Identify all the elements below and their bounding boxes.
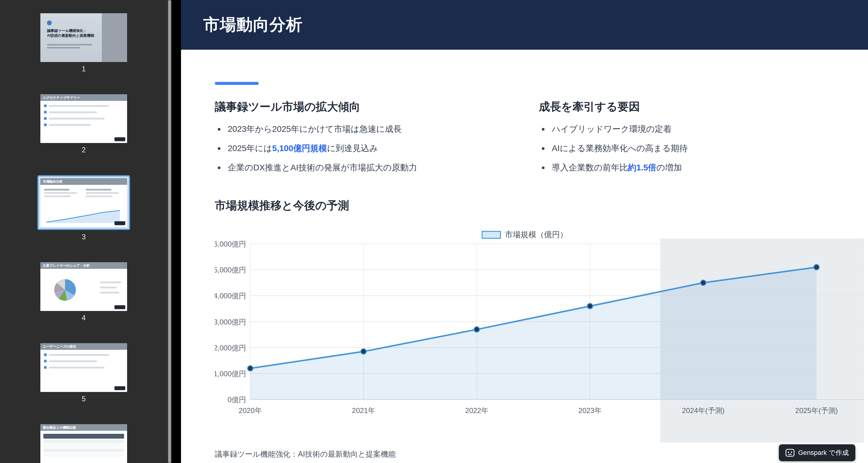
thumb-slide-title: 主要プレイヤーのシェア・分析 bbox=[40, 262, 127, 269]
svg-text:6,000億円: 6,000億円 bbox=[215, 240, 246, 248]
section-market-expansion: 議事録ツール市場の拡大傾向 2023年から2025年にかけて市場は急速に成長20… bbox=[215, 99, 532, 180]
bullet-list-market-expansion: 2023年から2025年にかけて市場は急速に成長2025年には5,100億円規模… bbox=[215, 122, 532, 175]
thumbnail-preview: 市場動向分析 bbox=[40, 178, 127, 227]
bullet-list-growth-drivers: ハイブリッドワーク環境の定着AIによる業務効率化への高まる期待導入企業数の前年比… bbox=[539, 122, 849, 175]
market-size-line-chart: 0億円1,000億円2,000億円3,000億円4,000億円5,000億円6,… bbox=[215, 238, 864, 443]
thumb-mini-table bbox=[43, 434, 124, 457]
bullet-item: AIによる業務効率化への高まる期待 bbox=[539, 141, 849, 155]
chart-section-heading: 市場規模推移と今後の予測 bbox=[215, 198, 349, 213]
bullet-dot bbox=[218, 147, 220, 150]
thumbnail-preview: 議事録ツール機能強化：AI技術の最新動向と提案機能 bbox=[40, 13, 127, 62]
thumb-watermark bbox=[115, 137, 125, 141]
thumb-slide-title: エグゼクティブサマリー bbox=[40, 94, 127, 101]
genspark-icon bbox=[785, 449, 795, 457]
sidebar-scrollbar[interactable] bbox=[167, 0, 172, 463]
slide-canvas: 市場動向分析 議事録ツール市場の拡大傾向 2023年から2025年にかけて市場は… bbox=[181, 0, 868, 463]
svg-text:4,000億円: 4,000億円 bbox=[215, 292, 246, 300]
thumb-slide-title: 議事録ツール機能強化：AI技術の最新動向と提案機能 bbox=[47, 28, 99, 38]
svg-text:2024年(予測): 2024年(予測) bbox=[682, 406, 724, 415]
slide-thumbnail-4[interactable]: 主要プレイヤーのシェア・分析4 bbox=[40, 262, 127, 322]
svg-text:3,000億円: 3,000億円 bbox=[215, 318, 246, 326]
slide-thumbnail-6[interactable]: 競合製品との機能比較6 bbox=[40, 424, 127, 463]
bullet-item: 2025年には5,100億円規模に到達見込み bbox=[215, 141, 532, 155]
bullet-text: 2023年から2025年にかけて市場は急速に成長 bbox=[228, 122, 402, 136]
bullet-text: 2025年には5,100億円規模に到達見込み bbox=[228, 141, 378, 155]
sidebar-divider bbox=[172, 0, 181, 463]
bullet-text: 企業のDX推進とAI技術の発展が市場拡大の原動力 bbox=[228, 161, 417, 175]
thumbnail-preview: 主要プレイヤーのシェア・分析 bbox=[40, 262, 127, 311]
section-growth-drivers: 成長を牽引する要因 ハイブリッドワーク環境の定着AIによる業務効率化への高まる期… bbox=[539, 99, 849, 180]
svg-text:1,000億円: 1,000億円 bbox=[215, 370, 246, 378]
slide-thumbnail-5[interactable]: ユーザーニーズの変化5 bbox=[40, 343, 127, 403]
svg-text:2023年: 2023年 bbox=[578, 406, 601, 415]
scrollbar-thumb[interactable] bbox=[168, 0, 171, 463]
thumbnail-preview: エグゼクティブサマリー bbox=[40, 94, 127, 143]
genspark-badge[interactable]: Genspark で作成 bbox=[779, 444, 855, 461]
slide-number: 5 bbox=[82, 395, 86, 403]
bullet-text: 導入企業数の前年比約1.5倍の増加 bbox=[552, 161, 682, 175]
section-heading-market-expansion: 議事録ツール市場の拡大傾向 bbox=[215, 99, 532, 114]
thumbnail-preview: ユーザーニーズの変化 bbox=[40, 343, 127, 392]
thumb-slide-title: 市場動向分析 bbox=[40, 178, 127, 185]
bullet-item: 企業のDX推進とAI技術の発展が市場拡大の原動力 bbox=[215, 161, 532, 175]
bullet-dot bbox=[542, 166, 545, 169]
legend-swatch bbox=[482, 231, 501, 239]
slide-number: 2 bbox=[82, 146, 86, 154]
thumb-mini-chart bbox=[43, 206, 125, 225]
thumb-mini-pie bbox=[54, 279, 76, 301]
svg-text:2,000億円: 2,000億円 bbox=[215, 344, 246, 352]
slide-thumbnails-sidebar: 議事録ツール機能強化：AI技術の最新動向と提案機能1エグゼクティブサマリー2市場… bbox=[0, 0, 167, 463]
svg-text:0億円: 0億円 bbox=[228, 396, 246, 404]
app-window: 議事録ツール機能強化：AI技術の最新動向と提案機能1エグゼクティブサマリー2市場… bbox=[0, 0, 868, 463]
svg-text:2021年: 2021年 bbox=[352, 406, 375, 415]
slide-thumbnail-2[interactable]: エグゼクティブサマリー2 bbox=[40, 94, 127, 154]
thumb-title-slide: 議事録ツール機能強化：AI技術の最新動向と提案機能 bbox=[40, 13, 127, 62]
bullet-dot bbox=[542, 128, 545, 131]
bullet-dot bbox=[542, 147, 545, 150]
slide-number: 3 bbox=[82, 233, 86, 241]
slide-header: 市場動向分析 bbox=[181, 0, 868, 50]
slide-number: 1 bbox=[82, 65, 86, 73]
slide-thumbnail-3[interactable]: 市場動向分析3 bbox=[37, 175, 130, 241]
thumb-watermark bbox=[115, 305, 125, 309]
section-heading-growth-drivers: 成長を牽引する要因 bbox=[539, 99, 849, 114]
bullet-text: AIによる業務効率化への高まる期待 bbox=[552, 141, 688, 155]
thumb-slide-title: 競合製品との機能比較 bbox=[40, 424, 127, 431]
svg-text:2025年(予測): 2025年(予測) bbox=[795, 406, 838, 415]
bullet-dot bbox=[218, 166, 220, 169]
bullet-item: 導入企業数の前年比約1.5倍の増加 bbox=[539, 161, 849, 175]
thumb-watermark bbox=[115, 386, 125, 390]
bullet-dot bbox=[218, 128, 220, 131]
accent-bar bbox=[215, 82, 259, 85]
slide-thumbnail-1[interactable]: 議事録ツール機能強化：AI技術の最新動向と提案機能1 bbox=[40, 13, 127, 73]
slide-title: 市場動向分析 bbox=[203, 14, 303, 36]
slide-number: 4 bbox=[82, 314, 86, 322]
genspark-badge-label: Genspark で作成 bbox=[798, 448, 849, 457]
thumb-logo-dot bbox=[47, 21, 52, 25]
bullet-text: ハイブリッドワーク環境の定着 bbox=[552, 122, 672, 136]
thumb-slide-title: ユーザーニーズの変化 bbox=[40, 343, 127, 350]
svg-text:2022年: 2022年 bbox=[465, 406, 488, 415]
svg-text:5,000億円: 5,000億円 bbox=[215, 266, 246, 274]
bullet-item: 2023年から2025年にかけて市場は急速に成長 bbox=[215, 122, 532, 136]
thumbnail-preview: 競合製品との機能比較 bbox=[40, 424, 127, 463]
slide-footer-text: 議事録ツール機能強化：AI技術の最新動向と提案機能 bbox=[215, 449, 396, 459]
svg-text:2020年: 2020年 bbox=[239, 406, 262, 415]
bullet-item: ハイブリッドワーク環境の定着 bbox=[539, 122, 849, 136]
thumb-watermark bbox=[115, 221, 125, 225]
